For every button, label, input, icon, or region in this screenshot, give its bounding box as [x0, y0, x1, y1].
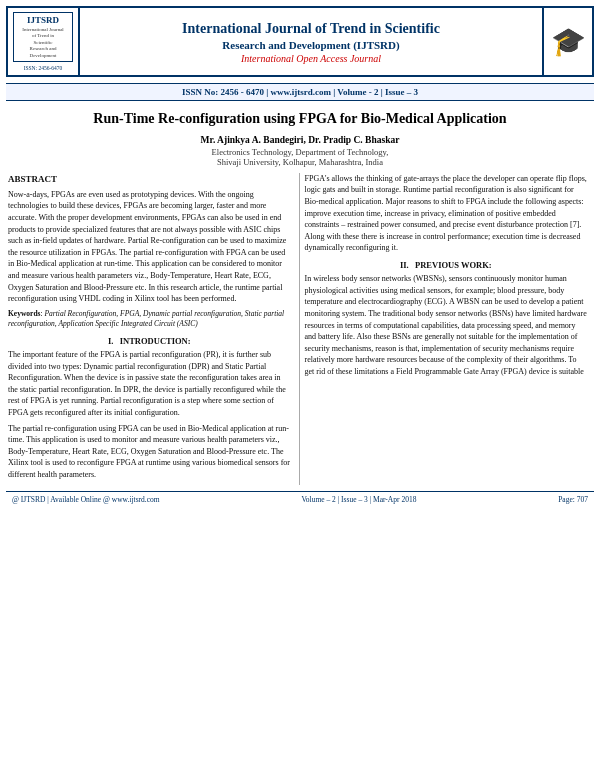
- keywords: Keywords: Partial Reconfiguration, FPGA,…: [8, 309, 291, 330]
- mortarboard-icon: 🎓: [551, 25, 586, 58]
- logo-issn: ISSN: 2456-6470: [24, 65, 63, 71]
- journal-title-line1: International Journal of Trend in Scient…: [182, 20, 440, 38]
- journal-header: IJTSRD International Journalof Trend inS…: [6, 6, 594, 77]
- section1-para1: The important feature of the FPGA is par…: [8, 349, 291, 419]
- open-access-label: International Open Access Journal: [241, 53, 381, 64]
- section2-heading: II. PREVIOUS WORK:: [305, 259, 588, 271]
- logo-box: IJTSRD International Journalof Trend inS…: [13, 12, 73, 62]
- footer-right: Page: 707: [558, 495, 588, 504]
- abstract-text: Now-a-days, FPGAs are even used as proto…: [8, 189, 291, 305]
- footer-left: @ IJTSRD | Available Online @ www.ijtsrd…: [12, 495, 160, 504]
- footer: @ IJTSRD | Available Online @ www.ijtsrd…: [6, 491, 594, 507]
- abstract-heading: ABSTRACT: [8, 173, 291, 186]
- keywords-label: Keywords: [8, 309, 41, 318]
- logo-acronym: IJTSRD: [18, 15, 68, 27]
- authors: Mr. Ajinkya A. Bandegiri, Dr. Pradip C. …: [0, 135, 600, 145]
- keywords-text: Partial Reconfiguration, FPGA, Dynamic p…: [8, 309, 284, 329]
- header-cap-icon: 🎓: [542, 8, 592, 75]
- issn-bar: ISSN No: 2456 - 6470 | www.ijtsrd.com | …: [6, 83, 594, 101]
- two-column-layout: ABSTRACT Now-a-days, FPGAs are even used…: [8, 173, 592, 485]
- header-title-area: International Journal of Trend in Scient…: [80, 8, 542, 75]
- footer-middle: Volume – 2 | Issue – 3 | Mar-Apr 2018: [301, 495, 416, 504]
- paper-title: Run-Time Re-configuration using FPGA for…: [10, 109, 590, 129]
- logo-fullname: International Journalof Trend inScientif…: [18, 27, 68, 60]
- header-logo: IJTSRD International Journalof Trend inS…: [8, 8, 80, 75]
- journal-title-line2: Research and Development (IJTSRD): [222, 39, 399, 51]
- affiliation: Electronics Technology, Department of Te…: [0, 147, 600, 167]
- right-column: FPGA's allows the thinking of gate-array…: [300, 173, 593, 485]
- section2-para1: In wireless body sensor networks (WBSNs)…: [305, 273, 588, 377]
- right-col-fpga-para: FPGA's allows the thinking of gate-array…: [305, 173, 588, 254]
- section1-para2: The partial re-configuration using FPGA …: [8, 423, 291, 481]
- left-column: ABSTRACT Now-a-days, FPGAs are even used…: [8, 173, 300, 485]
- section1-heading: I. INTRODUCTION:: [8, 335, 291, 347]
